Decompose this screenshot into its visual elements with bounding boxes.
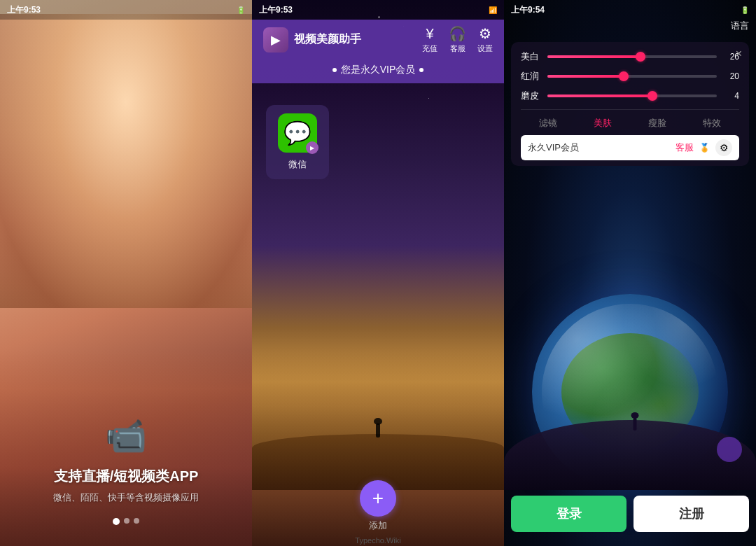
- slider-thumb-meibai[interactable]: [636, 52, 645, 62]
- slider-label-mopi: 磨皮: [521, 90, 540, 102]
- vip-medal-icon: 🏅: [699, 143, 710, 153]
- vip-dot-left: [332, 68, 337, 72]
- slider-track-mopi[interactable]: [547, 94, 717, 97]
- purple-bubble: [717, 437, 742, 462]
- close-button[interactable]: ×: [736, 48, 742, 60]
- girl-photo: [0, 14, 252, 308]
- recharge-action[interactable]: ¥ 充值: [422, 26, 438, 54]
- app-header: ▶ 视频美颜助手 ¥ 充值 🎧 客服 ⚙ 设置: [252, 20, 504, 59]
- battery-icon: 🔋: [237, 6, 245, 14]
- status-bar-2: 上午9:53 📶: [252, 0, 504, 20]
- vip-service-link[interactable]: 客服: [676, 141, 694, 154]
- settings-icon: ⚙: [479, 25, 491, 42]
- vip-dot-right: [419, 68, 424, 72]
- girl-overlay: [0, 14, 252, 308]
- slider-fill-mopi: [547, 94, 652, 97]
- panel-app: 上午9:53 📶 ▶ 视频美颜助手 ¥ 充值 🎧 客服 ⚙: [252, 0, 504, 546]
- add-button-container: + 添加: [360, 480, 396, 532]
- status-time-1: 上午9:53: [7, 4, 41, 16]
- vip-bar-text: 永久VIP会员: [528, 141, 579, 154]
- status-time-3: 上午9:54: [511, 4, 545, 16]
- slider-row-meibai: 美白 26: [521, 50, 739, 63]
- signal-icon: 📶: [489, 6, 497, 14]
- vip-actions: 客服 🏅 ⚙: [676, 139, 732, 156]
- wechat-play-badge: ▶: [306, 141, 318, 154]
- slider-row-mopi: 磨皮 4: [521, 90, 739, 102]
- app-header-container: 上午9:53 📶 ▶ 视频美颜助手 ¥ 充值 🎧 客服 ⚙: [252, 0, 504, 83]
- slider-label-meibai: 美白: [521, 50, 540, 63]
- wechat-label: 微信: [288, 158, 307, 171]
- logo-icon: ▶: [271, 32, 281, 48]
- register-button[interactable]: 注册: [634, 496, 749, 532]
- person-silhouette-3: [634, 418, 637, 430]
- slider-track-hongrun[interactable]: [547, 75, 717, 78]
- status-time-2: 上午9:53: [259, 4, 293, 16]
- service-icon: 🎧: [449, 25, 466, 42]
- wechat-app-item[interactable]: 💬 ▶ 微信: [266, 105, 329, 179]
- slider-track-meibai[interactable]: [547, 55, 717, 58]
- language-button[interactable]: 语言: [731, 20, 749, 32]
- panel1-bottom-content: 📹 支持直播/短视频类APP 微信、陌陌、快手等含视频摄像应用: [0, 350, 252, 546]
- app-name: 视频美颜助手: [294, 32, 422, 47]
- settings-label: 设置: [477, 43, 493, 54]
- add-button[interactable]: +: [360, 480, 396, 517]
- recharge-label: 充值: [422, 43, 438, 54]
- panel2-content: 💬 ▶ 微信: [252, 91, 504, 490]
- dot-3: [134, 518, 139, 524]
- site-credit: Typecho.Wiki: [0, 536, 756, 545]
- pagination-dots: [0, 518, 252, 525]
- beauty-controls: × 美白 26 红润 20 磨皮 4: [511, 42, 749, 166]
- login-button[interactable]: 登录: [511, 496, 626, 532]
- plus-icon: +: [372, 487, 384, 510]
- panel1-subtitle: 微信、陌陌、快手等含视频摄像应用: [53, 491, 199, 504]
- dot-1: [113, 518, 120, 525]
- status-icons-3: 🔋: [741, 6, 749, 14]
- slider-row-hongrun: 红润 20: [521, 70, 739, 83]
- service-action[interactable]: 🎧 客服: [449, 25, 466, 54]
- slider-label-hongrun: 红润: [521, 70, 540, 83]
- app-logo: ▶: [263, 27, 288, 52]
- status-bar-1: 上午9:53 🔋: [0, 0, 252, 20]
- header-actions: ¥ 充值 🎧 客服 ⚙ 设置: [422, 25, 493, 54]
- close-icon: ×: [736, 48, 742, 59]
- vip-info-bar: 永久VIP会员 客服 🏅 ⚙: [521, 135, 739, 160]
- settings-action[interactable]: ⚙ 设置: [477, 25, 493, 54]
- slider-thumb-mopi[interactable]: [648, 91, 657, 101]
- tab-beauty-skin[interactable]: 美肤: [591, 115, 615, 131]
- vip-settings-button[interactable]: ⚙: [715, 139, 732, 156]
- slider-val-mopi: 4: [724, 91, 739, 101]
- vip-status-text: 您是永久VIP会员: [341, 64, 416, 76]
- beauty-tabs: 滤镜 美肤 瘦脸 特效: [521, 109, 739, 131]
- vip-status-bar: 您是永久VIP会员: [252, 59, 504, 83]
- tab-effects[interactable]: 特效: [700, 115, 724, 131]
- service-label: 客服: [450, 43, 465, 54]
- slider-fill-meibai: [547, 55, 640, 58]
- status-bar-3: 上午9:54 🔋: [504, 0, 756, 20]
- status-icons-2: 📶: [489, 6, 497, 14]
- panel-intro: 上午9:53 🔋 📹 支持直播/短视频类APP 微信、陌陌、快手等含视频摄像应用: [0, 0, 252, 546]
- slider-val-hongrun: 20: [724, 71, 739, 81]
- dot-2: [124, 518, 130, 524]
- panel-beauty: 上午9:54 🔋 语言 × 美白 26 红润 20: [504, 0, 756, 546]
- status-icons-1: 🔋: [237, 6, 245, 14]
- tab-filter[interactable]: 滤镜: [536, 115, 560, 131]
- language-label: 语言: [731, 20, 749, 31]
- slider-fill-hongrun: [547, 75, 624, 78]
- slider-thumb-hongrun[interactable]: [619, 71, 629, 81]
- auth-buttons: 登录 注册: [511, 496, 749, 532]
- panel1-title: 支持直播/短视频类APP: [54, 467, 199, 486]
- gear-icon: ⚙: [720, 142, 729, 153]
- battery-icon-3: 🔋: [741, 6, 749, 14]
- recharge-icon: ¥: [426, 26, 433, 42]
- camera-icon: 📹: [105, 416, 147, 456]
- add-label: 添加: [369, 519, 387, 532]
- wechat-icon: 💬 ▶: [278, 113, 317, 153]
- tab-slim-face[interactable]: 瘦脸: [645, 115, 669, 131]
